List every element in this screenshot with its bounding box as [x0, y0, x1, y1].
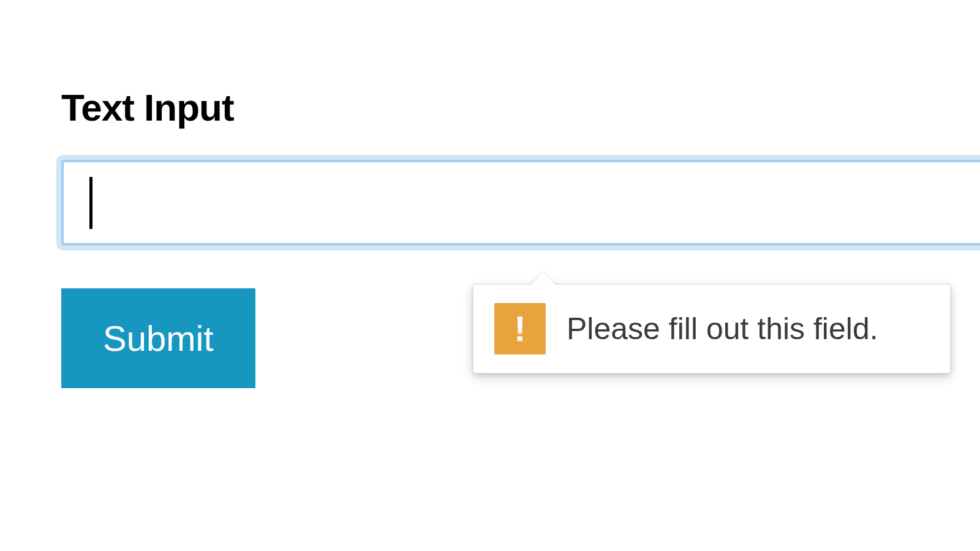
- field-label: Text Input: [61, 86, 980, 129]
- text-input-wrapper: [61, 160, 980, 246]
- warning-icon: !: [494, 303, 546, 354]
- text-input[interactable]: [61, 160, 980, 246]
- exclamation-icon: !: [514, 311, 526, 347]
- submit-button[interactable]: Submit: [61, 288, 255, 388]
- validation-message: Please fill out this field.: [567, 311, 878, 347]
- validation-tooltip: ! Please fill out this field.: [473, 284, 951, 373]
